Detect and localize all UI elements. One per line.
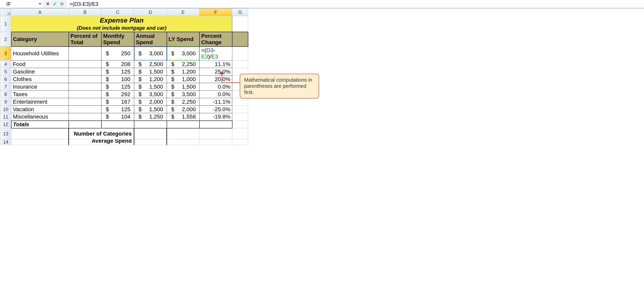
cell-F10[interactable]: -25.0% (200, 106, 232, 113)
cell-C7[interactable]: $125 (102, 83, 134, 90)
cell-D9[interactable]: $2,000 (134, 98, 167, 106)
cell-G12[interactable] (232, 121, 248, 128)
col-head-D[interactable]: D (134, 8, 167, 16)
cell-D6[interactable]: $1,200 (134, 76, 167, 83)
cell-F14[interactable] (200, 139, 232, 145)
cell-D7[interactable]: $1,500 (134, 83, 167, 90)
cell-G14[interactable] (232, 139, 248, 145)
cell-E3[interactable]: $3,000 (167, 46, 200, 60)
cell-B11[interactable] (69, 113, 102, 121)
cell-F6[interactable]: 20.0% (200, 76, 232, 83)
cell-B5[interactable] (69, 68, 102, 76)
col-head-C[interactable]: C (102, 8, 134, 16)
row-head-13[interactable]: 13 (0, 128, 11, 139)
hdr-annual[interactable]: Annual Spend (134, 32, 167, 46)
hdr-percent-total[interactable]: Percent of Total (69, 32, 102, 46)
ncat-label[interactable]: Number of Categories (69, 128, 134, 139)
cell-E8[interactable]: $3,500 (167, 90, 200, 98)
row-head-14[interactable]: 14 (0, 139, 11, 145)
cell-D11[interactable]: $1,250 (134, 113, 167, 121)
hdr-pct-change[interactable]: Percent Change (200, 32, 232, 46)
hdr-category[interactable]: Category (11, 32, 69, 46)
cell-B10[interactable] (69, 106, 102, 113)
cell-D13[interactable] (134, 128, 167, 139)
row-head-7[interactable]: 7 (0, 83, 11, 90)
cell-A14[interactable] (11, 139, 69, 145)
cell-C6[interactable]: $100 (102, 76, 134, 83)
cell-D5[interactable]: $1,500 (134, 68, 167, 76)
cell-B12[interactable] (69, 121, 102, 128)
cell-C5[interactable]: $125 (102, 68, 134, 76)
cell-E11[interactable]: $1,558 (167, 113, 200, 121)
cell-A9[interactable]: Entertainment (11, 98, 69, 106)
cell-D10[interactable]: $1,500 (134, 106, 167, 113)
row-head-8[interactable]: 8 (0, 90, 11, 98)
col-head-E[interactable]: E (167, 8, 200, 16)
cell-A3[interactable]: Household Utilities (11, 46, 69, 60)
row-head-9[interactable]: 9 (0, 98, 11, 106)
cell-C4[interactable]: $208 (102, 60, 134, 68)
row-head-11[interactable]: 11 (0, 113, 11, 121)
cell-A5[interactable]: Gasoline (11, 68, 69, 76)
cell-G1[interactable] (232, 16, 248, 32)
col-head-F[interactable]: F (200, 8, 232, 16)
totals-label[interactable]: Totals (11, 121, 69, 128)
cell-E7[interactable]: $1,500 (167, 83, 200, 90)
cell-E13[interactable] (167, 128, 200, 139)
cell-D12[interactable] (134, 121, 167, 128)
col-head-A[interactable]: A (11, 8, 69, 16)
cell-F3[interactable]: =(D3-E3)/E3 (200, 46, 232, 60)
cell-C8[interactable]: $292 (102, 90, 134, 98)
cell-G13[interactable] (232, 128, 248, 139)
cell-A4[interactable]: Food (11, 60, 69, 68)
chevron-down-icon[interactable] (39, 3, 42, 5)
cell-C12[interactable] (102, 121, 134, 128)
select-all-corner[interactable] (0, 8, 11, 16)
cell-B6[interactable] (69, 76, 102, 83)
cell-F12[interactable] (200, 121, 232, 128)
row-head-4[interactable]: 4 (0, 60, 11, 68)
cell-E10[interactable]: $2,000 (167, 106, 200, 113)
row-head-12[interactable]: 12 (0, 121, 11, 128)
avg-label[interactable]: Average Spend (69, 139, 134, 145)
row-head-10[interactable]: 10 (0, 106, 11, 113)
cell-B8[interactable] (69, 90, 102, 98)
cell-F5[interactable]: 25.0% (200, 68, 232, 76)
cell-E9[interactable]: $2,250 (167, 98, 200, 106)
cell-F4[interactable]: 11.1% (200, 60, 232, 68)
fx-button[interactable]: fx (59, 2, 65, 6)
col-head-G[interactable]: G (232, 8, 248, 16)
cell-F13[interactable] (200, 128, 232, 139)
cell-G2[interactable] (232, 32, 248, 46)
hdr-monthly[interactable]: Monthly Spend (102, 32, 134, 46)
cell-F9[interactable]: -11.1% (200, 98, 232, 106)
cell-A8[interactable]: Taxes (11, 90, 69, 98)
row-head-5[interactable]: 5 (0, 68, 11, 76)
cancel-icon[interactable]: ✕ (45, 2, 51, 6)
cell-F11[interactable]: -19.8% (200, 113, 232, 121)
row-head-1[interactable]: 1 (0, 16, 11, 32)
cell-B9[interactable] (69, 98, 102, 106)
cell-F7[interactable]: 0.0% (200, 83, 232, 90)
cell-A6[interactable]: Clothes (11, 76, 69, 83)
cell-G9[interactable] (232, 98, 248, 106)
cell-C10[interactable]: $125 (102, 106, 134, 113)
col-head-B[interactable]: B (69, 8, 102, 16)
cell-G4[interactable] (232, 60, 248, 68)
cell-B7[interactable] (69, 83, 102, 90)
cell-D8[interactable]: $3,500 (134, 90, 167, 98)
cell-G11[interactable] (232, 113, 248, 121)
cell-E5[interactable]: $1,200 (167, 68, 200, 76)
name-box[interactable]: IF (0, 0, 43, 8)
cell-C3[interactable]: $250 (102, 46, 134, 60)
cell-A10[interactable]: Vacation (11, 106, 69, 113)
cell-E6[interactable]: $1,000 (167, 76, 200, 83)
cell-B3[interactable] (69, 46, 102, 60)
hdr-ly[interactable]: LY Spend (167, 32, 200, 46)
row-head-3[interactable]: 3 (0, 46, 11, 60)
spreadsheet-grid[interactable]: A B C D E F G 1 Expense Plan (Does not i… (0, 8, 248, 145)
cell-C11[interactable]: $104 (102, 113, 134, 121)
cell-B4[interactable] (69, 60, 102, 68)
cell-D3[interactable]: $3,000 (134, 46, 167, 60)
cell-A11[interactable]: Miscellaneous (11, 113, 69, 121)
